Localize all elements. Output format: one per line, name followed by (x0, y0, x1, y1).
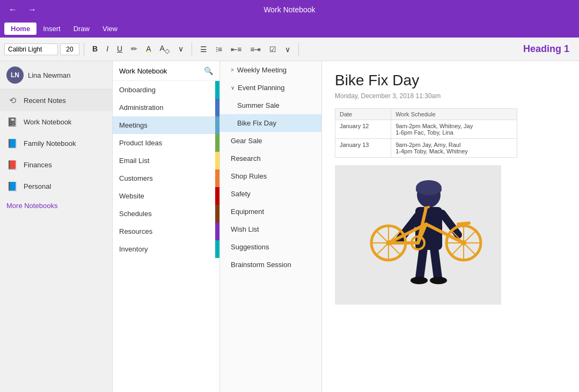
page-safety[interactable]: Safety (220, 185, 321, 203)
section-website[interactable]: Website (113, 187, 219, 205)
section-administration[interactable]: Administration (113, 99, 219, 116)
underline-button[interactable]: U (113, 42, 126, 55)
section-email-list[interactable]: Email List (113, 152, 219, 169)
more-list-button[interactable]: ∨ (281, 43, 294, 56)
heading-style[interactable]: Heading 1 (523, 43, 575, 55)
section-resources[interactable]: Resources (113, 223, 219, 240)
bullet-list-button[interactable]: ☰ (196, 43, 211, 56)
page-label: Weekly Meeting (237, 66, 287, 74)
page-label: Summer Sale (237, 101, 280, 109)
page-shop-rules[interactable]: Shop Rules (220, 167, 321, 185)
section-label: Email List (119, 157, 149, 165)
font-color-button[interactable]: A (142, 42, 155, 55)
page-wish-list[interactable]: Wish List (220, 220, 321, 238)
section-color-onboarding (215, 81, 219, 99)
checkbox-button[interactable]: ☑ (266, 43, 280, 56)
table-row: January 13 9am-2pm Jay, Amy, Raul1-4pm T… (335, 139, 517, 158)
section-label: Onboarding (119, 86, 156, 94)
section-color-resources (215, 223, 219, 240)
page-bike-fix-day[interactable]: Bike Fix Day (220, 114, 321, 132)
section-label: Website (119, 192, 144, 200)
sidebar-item-finances[interactable]: 📕 Finances (0, 154, 112, 175)
page-summer-sale[interactable]: Summer Sale (220, 97, 321, 114)
left-sidebar: LN Lina Newman ⟲ Recent Notes 📓 Work Not… (0, 61, 113, 392)
more-button[interactable]: ∨ (174, 42, 187, 55)
toolbar-divider-3 (298, 43, 299, 56)
schedule-table: Date Work Schedule January 12 9am-2pm Ma… (335, 108, 517, 158)
section-meetings[interactable]: Meetings (113, 116, 219, 134)
text-effects-button[interactable]: A◇ (156, 42, 173, 57)
font-name-input[interactable] (4, 43, 58, 55)
search-icon[interactable]: 🔍 (204, 66, 213, 75)
sidebar-item-work[interactable]: 📓 Work Notebook (0, 111, 112, 132)
menu-home[interactable]: Home (4, 23, 36, 35)
table-cell-schedule-2: 9am-2pm Jay, Amy, Raul1-4pm Toby, Mack, … (391, 139, 517, 158)
highlight-button[interactable]: ✏ (127, 42, 141, 55)
page-brainstorm-session[interactable]: Brainstorm Session (220, 256, 321, 273)
pages-panel: > Weekly Meeting ∨ Event Planning Summer… (220, 61, 322, 392)
numbered-list-button[interactable]: ⁝≡ (212, 43, 226, 56)
finances-icon: 📕 (6, 159, 18, 171)
chevron-icon: ∨ (231, 85, 234, 91)
section-color-schedules (215, 205, 219, 223)
user-row[interactable]: LN Lina Newman (0, 61, 112, 90)
page-weekly-meeting[interactable]: > Weekly Meeting (220, 61, 321, 79)
page-equipment[interactable]: Equipment (220, 203, 321, 220)
forward-button[interactable]: → (25, 4, 40, 16)
section-schedules[interactable]: Schedules (113, 205, 219, 223)
section-onboarding[interactable]: Onboarding (113, 81, 219, 99)
list-group: ☰ ⁝≡ ⇤≡ ≡⇥ ☑ ∨ (196, 43, 295, 56)
menu-insert[interactable]: Insert (36, 23, 67, 35)
content-area[interactable]: Bike Fix Day Monday, December 3, 2018 11… (322, 61, 579, 392)
section-product-ideas[interactable]: Product Ideas (113, 134, 219, 152)
table-header-date: Date (335, 109, 391, 120)
sidebar-item-label-recent: Recent Notes (24, 97, 66, 105)
back-button[interactable]: ← (5, 4, 20, 16)
font-size-input[interactable] (60, 43, 79, 55)
toolbar-divider-2 (192, 43, 192, 56)
nav-buttons[interactable]: ← → (5, 4, 40, 16)
svg-rect-3 (416, 188, 442, 192)
user-name: Lina Newman (28, 71, 71, 79)
section-label: Schedules (119, 210, 152, 218)
increase-indent-button[interactable]: ≡⇥ (246, 43, 265, 56)
svg-point-9 (411, 277, 428, 284)
sidebar-item-family[interactable]: 📘 Family Notebook (0, 132, 112, 154)
svg-line-8 (434, 248, 438, 278)
page-date: Monday, December 3, 2018 11:30am (335, 92, 566, 100)
section-color-admin (215, 99, 219, 116)
menu-bar: Home Insert Draw View (0, 19, 579, 38)
notebook-title: Work Notebook (119, 67, 167, 75)
sections-list: Onboarding Administration Meetings Produ… (113, 81, 219, 392)
toolbar-divider-1 (84, 43, 84, 56)
sidebar-item-personal[interactable]: 📘 Personal (0, 175, 112, 197)
svg-line-7 (420, 248, 423, 278)
svg-point-10 (430, 277, 447, 284)
table-row: January 12 9am-2pm Mack, Whitney, Jay1-6… (335, 120, 517, 139)
section-label: Resources (119, 227, 152, 235)
page-gear-sale[interactable]: Gear Sale (220, 132, 321, 150)
section-color-product (215, 134, 219, 152)
page-label: Suggestions (231, 243, 269, 251)
page-label: Shop Rules (231, 172, 267, 180)
page-research[interactable]: Research (220, 150, 321, 167)
page-event-planning[interactable]: ∨ Event Planning (220, 79, 321, 97)
section-inventory[interactable]: Inventory (113, 240, 219, 258)
more-notebooks-link[interactable]: More Notebooks (0, 197, 112, 215)
menu-draw[interactable]: Draw (67, 23, 96, 35)
section-color-website (215, 187, 219, 205)
format-group: B I U ✏ A A◇ ∨ (89, 42, 187, 57)
page-suggestions[interactable]: Suggestions (220, 238, 321, 256)
sidebar-item-recent[interactable]: ⟲ Recent Notes (0, 90, 112, 111)
bike-illustration (335, 165, 501, 305)
decrease-indent-button[interactable]: ⇤≡ (227, 43, 245, 56)
personal-icon: 📘 (6, 180, 18, 192)
sections-panel: Work Notebook 🔍 Onboarding Administratio… (113, 61, 220, 392)
bold-button[interactable]: B (89, 42, 101, 55)
avatar: LN (6, 66, 24, 84)
menu-view[interactable]: View (96, 23, 124, 35)
italic-button[interactable]: I (102, 42, 112, 55)
page-label: Wish List (231, 225, 259, 233)
table-cell-schedule-1: 9am-2pm Mack, Whitney, Jay1-6pm Fac, Tob… (391, 120, 517, 139)
section-customers[interactable]: Customers (113, 169, 219, 187)
